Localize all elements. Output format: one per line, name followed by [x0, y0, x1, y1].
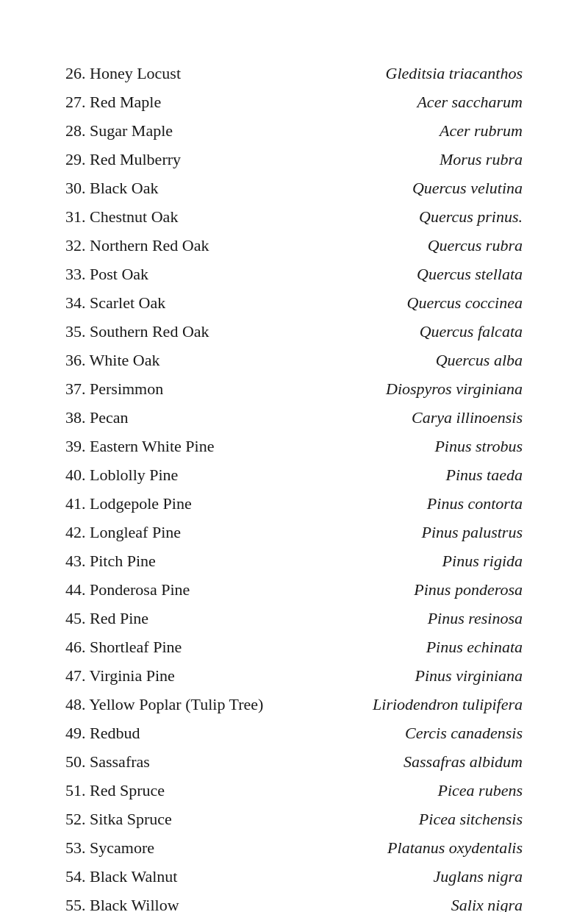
common-name: 31. Chestnut Oak — [65, 204, 315, 229]
list-item: 55. Black WillowSalix nigra — [65, 891, 523, 912]
common-name: 47. Virginia Pine — [65, 663, 315, 688]
common-name: 50. Sassafras — [65, 749, 315, 774]
scientific-name: Gleditsia triacanthos — [364, 61, 523, 85]
scientific-name: Quercus stellata — [395, 262, 523, 286]
list-item: 51. Red SprucePicea rubens — [65, 776, 523, 805]
list-item: 30. Black OakQuercus velutina — [65, 174, 523, 202]
scientific-name: Quercus prinus. — [397, 204, 523, 229]
list-item: 36. White OakQuercus alba — [65, 346, 523, 374]
scientific-name: Carya illinoensis — [390, 405, 523, 430]
scientific-name: Quercus velutina — [390, 176, 523, 200]
list-item: 26. Honey LocustGleditsia triacanthos — [65, 59, 523, 88]
list-item: 31. Chestnut OakQuercus prinus. — [65, 202, 523, 231]
list-item: 27. Red MapleAcer saccharum — [65, 88, 523, 116]
common-name: 52. Sitka Spruce — [65, 807, 315, 831]
common-name: 44. Ponderosa Pine — [65, 577, 315, 602]
scientific-name: Pinus rigida — [420, 549, 523, 573]
common-name: 26. Honey Locust — [65, 61, 315, 85]
list-item: 37. PersimmonDiospyros virginiana — [65, 374, 523, 403]
common-name: 30. Black Oak — [65, 176, 315, 200]
common-name: 27. Red Maple — [65, 90, 315, 114]
common-name: 43. Pitch Pine — [65, 549, 315, 573]
scientific-name: Sassafras albidum — [381, 749, 523, 774]
scientific-name: Pinus palustrus — [399, 520, 523, 544]
common-name: 36. White Oak — [65, 348, 315, 372]
common-name: 29. Red Mulberry — [65, 147, 315, 171]
scientific-name: Picea rubens — [416, 778, 523, 802]
scientific-name: Platanus oxydentalis — [365, 836, 523, 860]
list-item: 35. Southern Red OakQuercus falcata — [65, 317, 523, 346]
common-name: 35. Southern Red Oak — [65, 319, 315, 343]
common-name: 53. Sycamore — [65, 836, 315, 860]
list-item: 33. Post OakQuercus stellata — [65, 260, 523, 288]
common-name: 33. Post Oak — [65, 262, 315, 286]
common-name: 49. Redbud — [65, 721, 315, 745]
list-item: 50. SassafrasSassafras albidum — [65, 747, 523, 776]
list-item: 53. SycamorePlatanus oxydentalis — [65, 833, 523, 862]
scientific-name: Pinus contorta — [405, 491, 523, 516]
list-item: 28. Sugar MapleAcer rubrum — [65, 116, 523, 145]
scientific-name: Picea sitchensis — [397, 807, 523, 831]
scientific-name: Morus rubra — [417, 147, 523, 171]
list-item: 46. Shortleaf PinePinus echinata — [65, 633, 523, 661]
scientific-name: Diospyros virginiana — [364, 377, 523, 401]
list-item: 34. Scarlet OakQuercus coccinea — [65, 288, 523, 317]
list-item: 49. RedbudCercis canadensis — [65, 719, 523, 747]
list-item: 44. Ponderosa PinePinus ponderosa — [65, 575, 523, 604]
scientific-name: Pinus resinosa — [406, 606, 523, 630]
common-name: 34. Scarlet Oak — [65, 291, 315, 315]
list-item: 38. PecanCarya illinoensis — [65, 403, 523, 432]
tree-list: 26. Honey LocustGleditsia triacanthos27.… — [65, 59, 523, 912]
scientific-name: Quercus alba — [414, 348, 523, 372]
scientific-name: Quercus rubra — [406, 233, 523, 257]
common-name: 28. Sugar Maple — [65, 118, 315, 143]
common-name: 38. Pecan — [65, 405, 315, 430]
list-item: 41. Lodgepole PinePinus contorta — [65, 489, 523, 518]
scientific-name: Salix nigra — [429, 893, 523, 912]
scientific-name: Pinus ponderosa — [392, 577, 523, 602]
list-item: 45. Red PinePinus resinosa — [65, 604, 523, 633]
list-item: 52. Sitka SprucePicea sitchensis — [65, 805, 523, 833]
scientific-name: Quercus coccinea — [385, 291, 523, 315]
common-name: 42. Longleaf Pine — [65, 520, 315, 544]
scientific-name: Pinus virginiana — [393, 663, 523, 688]
common-name: 45. Red Pine — [65, 606, 315, 630]
common-name: 32. Northern Red Oak — [65, 233, 315, 257]
list-item: 39. Eastern White PinePinus strobus — [65, 432, 523, 460]
common-name: 46. Shortleaf Pine — [65, 635, 315, 659]
scientific-name: Liriodendron tulipifera — [351, 692, 523, 716]
common-name: 39. Eastern White Pine — [65, 434, 315, 458]
list-item: 32. Northern Red OakQuercus rubra — [65, 231, 523, 260]
list-item: 54. Black WalnutJuglans nigra — [65, 862, 523, 891]
scientific-name: Juglans nigra — [411, 864, 523, 888]
list-item: 47. Virginia PinePinus virginiana — [65, 661, 523, 690]
common-name: 51. Red Spruce — [65, 778, 315, 802]
scientific-name: Acer rubrum — [417, 118, 523, 143]
common-name: 48. Yellow Poplar (Tulip Tree) — [65, 692, 315, 716]
scientific-name: Acer saccharum — [395, 90, 523, 114]
common-name: 41. Lodgepole Pine — [65, 491, 315, 516]
scientific-name: Cercis canadensis — [383, 721, 523, 745]
list-item: 43. Pitch PinePinus rigida — [65, 546, 523, 575]
list-item: 42. Longleaf PinePinus palustrus — [65, 518, 523, 546]
common-name: 54. Black Walnut — [65, 864, 315, 888]
scientific-name: Pinus strobus — [412, 434, 523, 458]
list-item: 29. Red MulberryMorus rubra — [65, 145, 523, 174]
common-name: 37. Persimmon — [65, 377, 315, 401]
scientific-name: Pinus taeda — [424, 463, 523, 487]
common-name: 55. Black Willow — [65, 893, 315, 912]
scientific-name: Quercus falcata — [398, 319, 523, 343]
list-item: 48. Yellow Poplar (Tulip Tree)Liriodendr… — [65, 690, 523, 719]
common-name: 40. Loblolly Pine — [65, 463, 315, 487]
list-item: 40. Loblolly PinePinus taeda — [65, 460, 523, 489]
scientific-name: Pinus echinata — [404, 635, 523, 659]
